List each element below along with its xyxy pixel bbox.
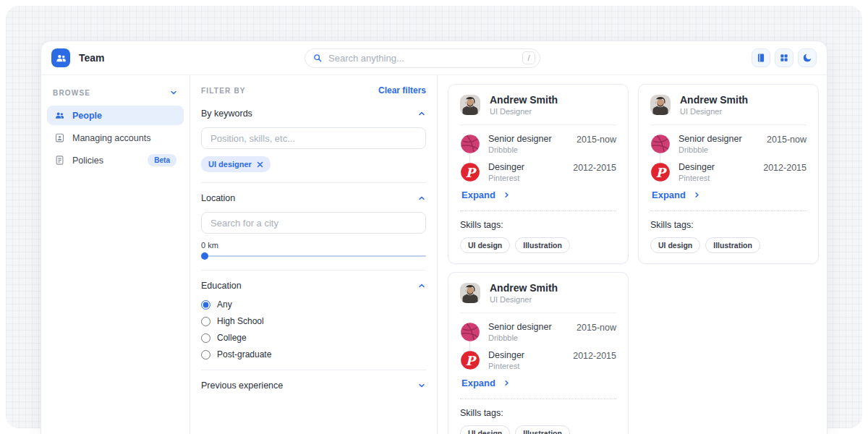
clear-filters-button[interactable]: Clear filters	[378, 85, 426, 95]
global-search[interactable]: /	[305, 48, 540, 68]
skill-tag[interactable]: UI design	[460, 425, 510, 434]
city-search-input[interactable]	[201, 212, 426, 234]
section-divider	[201, 270, 426, 271]
position-period: 2012-2015	[573, 162, 616, 173]
education-option-post-graduate[interactable]: Post-graduate	[201, 349, 426, 359]
person-card: Andrew Smith UI Designer	[638, 84, 819, 264]
location-section-header[interactable]: Location	[201, 193, 426, 203]
pinterest-icon: P	[650, 162, 671, 182]
radio-label: Post-graduate	[217, 349, 271, 359]
person-name: Andrew Smith	[490, 282, 558, 294]
expand-button[interactable]: Expand	[652, 190, 701, 200]
expand-button[interactable]: Expand	[461, 190, 511, 200]
experience-timeline: P Senior designer Dribbble 2015-now	[460, 134, 616, 182]
platform-name: Dribbble	[488, 333, 552, 342]
platform-name: Pinterest	[678, 174, 715, 182]
search-shortcut-key: /	[522, 51, 535, 64]
search-icon	[312, 53, 323, 63]
distance-slider[interactable]	[201, 252, 426, 260]
platform-name: Pinterest	[488, 362, 524, 370]
position-title: Senior designer	[488, 134, 552, 144]
education-option-high-school[interactable]: High School	[201, 316, 426, 326]
person-role: UI Designer	[490, 107, 558, 116]
person-name: Andrew Smith	[680, 94, 748, 106]
timeline-entry: P Senior designer Dribbble 2015-now	[650, 134, 807, 154]
expand-button[interactable]: Expand	[461, 378, 511, 388]
sidebar-item-managing-accounts[interactable]: Managing accounts	[47, 128, 184, 148]
dark-mode-button[interactable]	[798, 48, 817, 67]
chevron-down-icon	[169, 88, 178, 97]
dribbble-icon	[460, 134, 480, 154]
keyword-tag[interactable]: UI designer	[201, 156, 271, 172]
experience-section-title: Previous experience	[201, 380, 283, 391]
skill-tag[interactable]: UI design	[650, 237, 700, 253]
timeline-entry: P Senior designer Dribbble 2015-now	[460, 322, 616, 342]
slider-track[interactable]	[201, 255, 426, 257]
distance-value: 0 km	[201, 241, 426, 250]
platform-icon: P	[460, 134, 480, 154]
chevron-up-icon	[417, 281, 426, 290]
chevron-right-icon	[503, 191, 511, 199]
person-role: UI Designer	[490, 295, 558, 304]
skill-tag[interactable]: Illustration	[705, 237, 760, 253]
position-title: Senior designer	[488, 322, 552, 332]
experience-timeline: P Senior designer Dribbble 2015-now	[460, 322, 616, 370]
platform-icon: P	[650, 134, 671, 154]
account-badge-icon	[54, 132, 65, 143]
apps-grid-button[interactable]	[775, 48, 793, 67]
education-section-header[interactable]: Education	[201, 281, 426, 291]
position-period: 2012-2015	[573, 350, 616, 361]
education-option-any[interactable]: Any	[201, 299, 426, 310]
position-title: Desinger	[488, 350, 524, 360]
keywords-section-header[interactable]: By keywords	[201, 109, 426, 119]
expand-label: Expand	[461, 190, 495, 200]
pinterest-icon: P	[460, 162, 480, 182]
chevron-right-icon	[693, 191, 701, 199]
dribbble-icon	[650, 134, 671, 154]
section-divider	[201, 370, 426, 370]
platform-icon: P	[460, 322, 480, 342]
radio-label: High School	[217, 316, 264, 326]
keywords-input[interactable]	[201, 127, 426, 149]
position-period: 2015-now	[767, 134, 807, 145]
sidebar-item-people[interactable]: People	[47, 106, 184, 125]
people-icon	[54, 110, 65, 121]
dotted-divider	[650, 210, 807, 211]
person-role: UI Designer	[680, 107, 748, 116]
header-actions	[752, 48, 817, 67]
skill-tag[interactable]: UI design	[460, 237, 510, 253]
browse-section-header[interactable]: BROWSE	[47, 84, 184, 106]
skill-tags: UI design Illustration	[650, 237, 807, 253]
moon-icon	[802, 53, 812, 63]
notebook-button[interactable]	[752, 48, 770, 67]
close-icon[interactable]	[257, 161, 263, 168]
document-icon	[54, 155, 65, 166]
card-divider	[460, 124, 616, 125]
radio-post-graduate[interactable]	[201, 350, 210, 359]
expand-label: Expand	[652, 190, 686, 200]
skill-tag[interactable]: Illustration	[515, 425, 570, 434]
sidebar-item-label: People	[72, 111, 102, 121]
sidebar: BROWSE People Managing accounts	[41, 75, 190, 434]
experience-section-header[interactable]: Previous experience	[201, 380, 426, 391]
skills-label: Skills tags:	[460, 220, 616, 230]
section-divider	[201, 182, 426, 183]
skill-tag[interactable]: Illustration	[515, 237, 570, 253]
radio-high-school[interactable]	[201, 317, 210, 326]
keyword-tag-label: UI designer	[208, 160, 252, 169]
position-period: 2015-now	[576, 134, 616, 145]
position-period: 2012-2015	[763, 162, 807, 173]
person-name: Andrew Smith	[490, 94, 558, 106]
person-card: Andrew Smith UI Designer	[448, 272, 629, 434]
skill-tags: UI design Illustration	[460, 237, 616, 253]
sidebar-item-policies[interactable]: Policies Beta	[47, 150, 184, 170]
keywords-section-title: By keywords	[201, 109, 252, 119]
radio-college[interactable]	[201, 333, 210, 343]
education-option-college[interactable]: College	[201, 333, 426, 343]
radio-any[interactable]	[201, 300, 210, 310]
avatar	[460, 283, 480, 303]
slider-thumb[interactable]	[201, 252, 208, 260]
sidebar-item-label: Policies	[72, 156, 103, 166]
search-input[interactable]	[328, 53, 522, 64]
chevron-right-icon	[503, 379, 511, 387]
